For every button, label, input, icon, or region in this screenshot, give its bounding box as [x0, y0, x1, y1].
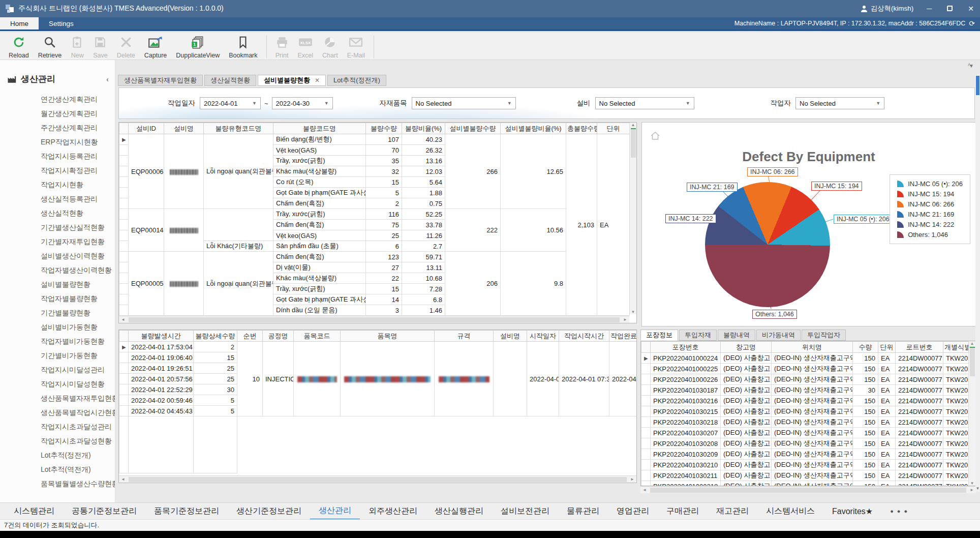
table-row[interactable]: PKP20220401030211(DEO) 사출창고(DEO-IN) 생산자재… [641, 470, 969, 481]
tab-Lot추적(정전개)[interactable]: Lot추적(정전개) [327, 75, 386, 86]
tab-불량내역[interactable]: 불량내역 [718, 330, 755, 341]
module-item-설비보전관리[interactable]: 설비보전관리 [492, 503, 558, 519]
module-item-시스템관리[interactable]: 시스템관리 [5, 503, 63, 519]
module-item-재고관리[interactable]: 재고관리 [708, 503, 757, 519]
sidebar-item-ERP작업지시현황[interactable]: ERP작업지시현황 [41, 135, 115, 149]
sidebar-item-작업지시미달성현황[interactable]: 작업지시미달성현황 [41, 377, 115, 391]
table-row[interactable]: EQP00014Trầy, xước(긁힘)11652.2522210.56 [119, 209, 630, 220]
package-grid-horizontal-scrollbar[interactable]: ◄► [640, 486, 976, 493]
qty-cell: 150 [853, 449, 878, 460]
table-row[interactable]: PKP20220401000225(DEO) 사출창고(DEO-IN) 생산자재… [641, 364, 969, 374]
module-item-영업관리[interactable]: 영업관리 [608, 503, 658, 519]
tab-비가동내역[interactable]: 비가동내역 [756, 330, 801, 341]
main-grid-horizontal-scrollbar[interactable]: ◄► [119, 316, 629, 323]
sidebar-item-월간생산계획관리[interactable]: 월간생산계획관리 [41, 106, 115, 121]
sidebar-item-설비별생산이력현황[interactable]: 설비별생산이력현황 [41, 249, 115, 263]
sidebar-item-작업지시초과달성관리[interactable]: 작업지시초과달성관리 [41, 420, 115, 434]
sidebar-item-작업지시현황[interactable]: 작업지시현황 [41, 177, 115, 192]
sidebar-item-생산실적현황[interactable]: 생산실적현황 [41, 206, 115, 220]
table-row[interactable]: PKP20220401000226(DEO) 사출창고(DEO-IN) 생산자재… [641, 374, 969, 385]
dupplicateview-button[interactable]: 1DupplicateView [171, 35, 224, 60]
module-more-icon[interactable]: ● ● ● [881, 505, 917, 517]
sidebar-item-기간별비가동현황[interactable]: 기간별비가동현황 [41, 348, 115, 363]
page-vertical-scrollbar[interactable]: ▼ [975, 75, 980, 492]
sidebar-item-생산품목별작업시간현황[interactable]: 생산품목별작업시간현황 [41, 405, 115, 420]
sidebar-item-기간별불량현황[interactable]: 기간별불량현황 [41, 306, 115, 320]
module-item-생산관리[interactable]: 생산관리 [310, 503, 360, 520]
sidebar-item-작업지시초과달성현황[interactable]: 작업지시초과달성현황 [41, 434, 115, 448]
user-menu[interactable]: 김상혁(kimsh) [861, 4, 914, 13]
table-row[interactable]: PKP20220401030187(DEO) 사출창고(DEO-IN) 생산자재… [641, 385, 969, 396]
table-row[interactable]: PKP20220401030210(DEO) 사출창고(DEO-IN) 생산자재… [641, 460, 969, 470]
sidebar-item-작업지시확정관리[interactable]: 작업지시확정관리 [41, 163, 115, 177]
ribbon-tab-home[interactable]: Home [0, 17, 39, 29]
tab-투입작업자[interactable]: 투입작업자 [802, 330, 846, 341]
module-item-물류관리[interactable]: 물류관리 [558, 503, 608, 519]
sidebar-item-기간별자재투입현황[interactable]: 기간별자재투입현황 [41, 234, 115, 249]
table-row[interactable]: PKP20220401030216(DEO) 사출창고(DEO-IN) 생산자재… [641, 396, 969, 406]
module-item-시스템서비스[interactable]: 시스템서비스 [757, 503, 823, 519]
date-from-select[interactable]: 2022-04-01▼ [200, 97, 261, 109]
table-row[interactable]: PKP20220401030208(DEO) 사출창고(DEO-IN) 생산자재… [641, 438, 969, 449]
table-row[interactable]: ▶PKP20220401000224(DEO) 사출창고(DEO-IN) 생산자… [641, 353, 969, 364]
refresh-icon[interactable]: ⟳ [969, 19, 975, 27]
bookmark-button[interactable]: Bookmark [224, 35, 262, 60]
module-item-공통기준정보관리[interactable]: 공통기준정보관리 [63, 503, 145, 519]
sidebar-item-작업자별비가동현황[interactable]: 작업자별비가동현황 [41, 334, 115, 348]
reload-button[interactable]: Reload [4, 35, 34, 60]
tab-포장정보[interactable]: 포장정보 [640, 330, 678, 341]
date-to-select[interactable]: 2022-04-30▼ [272, 97, 333, 109]
ribbon-tab-settings[interactable]: Settings [39, 17, 84, 29]
module-item-생산실행관리[interactable]: 생산실행관리 [426, 503, 492, 519]
sidebar-item-Lot추적(역전개)[interactable]: Lot추적(역전개) [41, 462, 115, 476]
sidebar-item-생산품목별자재투입현황[interactable]: 생산품목별자재투입현황 [41, 391, 115, 405]
module-item-Favorites★[interactable]: Favorites★ [823, 504, 881, 519]
table-row[interactable]: PKP20220401030215(DEO) 사출창고(DEO-IN) 생산자재… [641, 406, 969, 417]
tab-overflow-icon[interactable]: ▼ [969, 63, 974, 69]
table-row[interactable]: ▶2022-04-01 17:53:04210INJECTION2022-04-… [119, 342, 637, 352]
sidebar-item-생산실적등록관리[interactable]: 생산실적등록관리 [41, 192, 115, 206]
retrieve-button[interactable]: Retrieve [34, 35, 67, 60]
equipment-select[interactable]: No Selected▼ [595, 97, 694, 109]
sidebar-item-Lot추적(정전개)[interactable]: Lot추적(정전개) [41, 448, 115, 462]
defect-pie-chart[interactable] [705, 182, 830, 307]
table-row[interactable]: PKP20220401030209(DEO) 사출창고(DEO-IN) 생산자재… [641, 449, 969, 460]
close-button[interactable]: ✕ [968, 5, 974, 13]
sidebar-item-작업자별생산이력현황[interactable]: 작업자별생산이력현황 [41, 263, 115, 277]
module-item-구매관리[interactable]: 구매관리 [658, 503, 708, 519]
table-row[interactable]: EQP00005Lỗi ngoại quan(외관불량)Chấm đen(흑점)… [119, 252, 630, 262]
table-row[interactable]: ▶EQP00006Lỗi ngoại quan(외관불량)Biến dạng(휨… [119, 134, 630, 145]
sidebar-item-설비별불량현황[interactable]: 설비별불량현황 [41, 277, 115, 291]
worker-select[interactable]: No Selected▼ [795, 97, 884, 109]
sidebar-collapse-icon[interactable]: ‹ [106, 75, 109, 83]
sidebar-item-품목별월별생산수량현황[interactable]: 품목별월별생산수량현황 [41, 476, 115, 491]
tab-생산실적현황[interactable]: 생산실적현황 [204, 75, 256, 86]
module-item-품목기준정보관리[interactable]: 품목기준정보관리 [145, 503, 228, 519]
module-item-생산기준정보관리[interactable]: 생산기준정보관리 [228, 503, 310, 519]
column-header: 불량상세수량 [194, 331, 237, 342]
sidebar-item-연간생산계획관리[interactable]: 연간생산계획관리 [41, 92, 115, 106]
sidebar-item-설비별비가동현황[interactable]: 설비별비가동현황 [41, 320, 115, 334]
defect-grid-horizontal-scrollbar[interactable]: ◄► [119, 475, 636, 483]
chart-home-icon[interactable] [650, 131, 660, 141]
sidebar-item-작업지시등록관리[interactable]: 작업지시등록관리 [41, 149, 115, 163]
table-row[interactable]: PKP20220401000218(DEO) 사출창고(DEO-IN) 생산자재… [641, 481, 969, 487]
sidebar-item-작업지시미달성관리[interactable]: 작업지시미달성관리 [41, 363, 115, 377]
capture-button[interactable]: Capture [140, 35, 171, 60]
main-grid-vertical-scrollbar[interactable]: ▲▼ [629, 123, 636, 314]
restore-button[interactable] [947, 5, 953, 13]
tab-설비별불량현황[interactable]: 설비별불량현황✕ [258, 75, 326, 86]
sidebar-item-기간별생산실적현황[interactable]: 기간별생산실적현황 [41, 220, 115, 234]
tab-투입자재[interactable]: 투입자재 [679, 330, 717, 341]
table-row[interactable]: PKP20220401030207(DEO) 사출창고(DEO-IN) 생산자재… [641, 428, 969, 438]
minimize-button[interactable]: ─ [927, 5, 932, 13]
table-row[interactable]: PKP20220401030218(DEO) 사출창고(DEO-IN) 생산자재… [641, 417, 969, 428]
sidebar-item-작업자별불량현황[interactable]: 작업자별불량현황 [41, 291, 115, 306]
tab-생산품목별자재투입현황[interactable]: 생산품목별자재투입현황 [118, 75, 203, 86]
module-item-외주생산관리[interactable]: 외주생산관리 [360, 503, 426, 519]
close-icon[interactable]: ✕ [315, 77, 320, 84]
defect-ratio-cell: 1.46 [402, 305, 445, 316]
material-select[interactable]: No Selected▼ [412, 97, 516, 109]
sidebar-item-주간생산계획관리[interactable]: 주간생산계획관리 [41, 121, 115, 135]
package-grid-vertical-scrollbar[interactable]: ▲▼ [968, 341, 975, 486]
